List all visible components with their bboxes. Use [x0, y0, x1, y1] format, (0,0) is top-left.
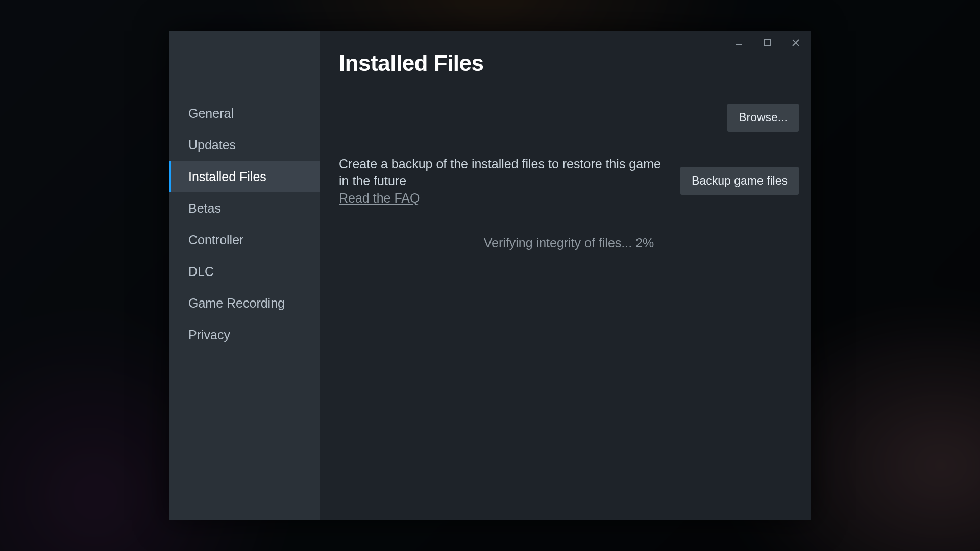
sidebar-item-label: General — [188, 106, 234, 120]
sidebar-item-label: Betas — [188, 201, 221, 215]
close-icon — [792, 39, 800, 47]
backup-description-block: Create a backup of the installed files t… — [339, 156, 666, 206]
read-faq-link[interactable]: Read the FAQ — [339, 191, 420, 206]
browse-row: Browse... — [339, 104, 799, 145]
sidebar-item-label: Controller — [188, 233, 243, 247]
window-controls — [723, 31, 811, 55]
close-button[interactable] — [785, 33, 807, 53]
sidebar-item-label: Privacy — [188, 328, 230, 342]
sidebar-item-label: Game Recording — [188, 296, 285, 310]
sidebar-item-game-recording[interactable]: Game Recording — [169, 287, 320, 319]
sidebar-item-installed-files[interactable]: Installed Files — [169, 161, 320, 192]
minimize-button[interactable] — [727, 33, 750, 53]
sidebar-item-controller[interactable]: Controller — [169, 224, 320, 256]
browse-button[interactable]: Browse... — [727, 104, 799, 132]
sidebar-item-privacy[interactable]: Privacy — [169, 319, 320, 350]
sidebar-item-label: DLC — [188, 264, 214, 279]
properties-window: General Updates Installed Files Betas Co… — [169, 31, 811, 520]
sidebar-item-general[interactable]: General — [169, 97, 320, 129]
backup-button[interactable]: Backup game files — [680, 167, 799, 195]
browse-section: Browse... — [339, 104, 799, 145]
sidebar-item-label: Updates — [188, 138, 236, 152]
verify-status-text: Verifying integrity of files... 2% — [484, 236, 654, 250]
minimize-icon — [734, 39, 743, 47]
sidebar-item-label: Installed Files — [188, 169, 266, 184]
sidebar-item-betas[interactable]: Betas — [169, 192, 320, 224]
sidebar-item-updates[interactable]: Updates — [169, 129, 320, 161]
backup-row: Create a backup of the installed files t… — [339, 145, 799, 219]
backup-description: Create a backup of the installed files t… — [339, 156, 666, 189]
maximize-button[interactable] — [756, 33, 778, 53]
backup-section: Create a backup of the installed files t… — [339, 145, 799, 219]
svg-rect-1 — [764, 40, 770, 46]
verify-status-row: Verifying integrity of files... 2% — [339, 219, 799, 251]
maximize-icon — [763, 39, 771, 47]
sidebar-item-dlc[interactable]: DLC — [169, 256, 320, 287]
sidebar: General Updates Installed Files Betas Co… — [169, 31, 320, 520]
main-content: Installed Files Browse... Create a backu… — [320, 31, 811, 520]
